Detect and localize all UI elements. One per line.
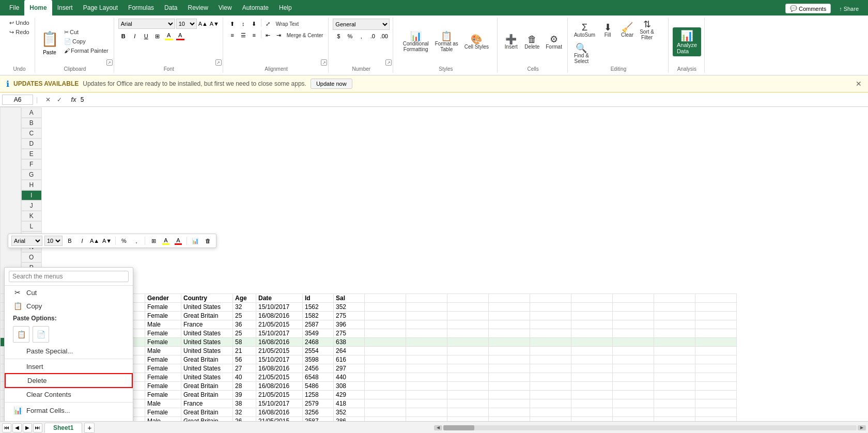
mini-decrease-font-button[interactable]: A▼	[102, 236, 112, 246]
cell-P7[interactable]	[613, 346, 654, 355]
cell-I10[interactable]: 440	[334, 373, 365, 381]
cell-N9[interactable]	[530, 364, 571, 373]
cell-P10[interactable]	[613, 373, 654, 381]
cell-R15[interactable]	[695, 416, 737, 421]
cell-H15[interactable]: 2587	[303, 416, 334, 421]
cell-F3[interactable]: 25	[233, 311, 256, 320]
alignment-launcher[interactable]: ↗	[321, 59, 327, 66]
cell-N15[interactable]	[530, 416, 571, 421]
cell-E5[interactable]: United States	[181, 329, 233, 337]
underline-button[interactable]: U	[141, 31, 151, 41]
cell-R8[interactable]	[695, 355, 737, 364]
cell-J11[interactable]	[365, 381, 406, 390]
mini-bold-button[interactable]: B	[65, 236, 75, 246]
cell-J7[interactable]	[365, 346, 406, 355]
cell-K10[interactable]	[406, 373, 447, 381]
tab-formulas[interactable]: Formulas	[123, 0, 159, 16]
cell-E12[interactable]: Great Britain	[181, 390, 233, 399]
cell-G7[interactable]: 21/05/2015	[256, 346, 303, 355]
ctx-clear-contents[interactable]: Clear Contents	[5, 388, 133, 401]
sheet-nav-prev[interactable]: ◀	[12, 423, 22, 432]
mini-format-cells-button[interactable]: 📊	[190, 236, 200, 246]
cell-F11[interactable]: 28	[233, 381, 256, 390]
cell-G13[interactable]: 15/10/2017	[256, 399, 303, 408]
mini-increase-font-button[interactable]: A▲	[89, 236, 100, 246]
cell-L13[interactable]	[447, 399, 489, 408]
analyze-data-button[interactable]: 📊 Analyze Data	[673, 27, 701, 56]
cell-G3[interactable]: 16/08/2016	[256, 311, 303, 320]
cell-O7[interactable]	[571, 346, 613, 355]
cell-F4[interactable]: 36	[233, 320, 256, 329]
cell-K12[interactable]	[406, 390, 447, 399]
cell-O6[interactable]	[571, 337, 613, 346]
cell-D3[interactable]: Female	[145, 311, 181, 320]
cell-D10[interactable]: Female	[145, 373, 181, 381]
col-header-A[interactable]: A	[21, 107, 42, 118]
sheet-nav-first[interactable]: ⏮	[2, 423, 11, 432]
cell-R4[interactable]	[695, 320, 737, 329]
cell-I1[interactable]: Sal	[334, 293, 365, 302]
cell-I11[interactable]: 308	[334, 381, 365, 390]
cell-Q11[interactable]	[654, 381, 695, 390]
clipboard-launcher[interactable]: ↗	[106, 59, 113, 66]
cell-L5[interactable]	[447, 329, 489, 337]
cell-N10[interactable]	[530, 373, 571, 381]
cell-P4[interactable]	[613, 320, 654, 329]
tab-help[interactable]: Help	[274, 0, 297, 16]
cell-O10[interactable]	[571, 373, 613, 381]
cell-Q6[interactable]	[654, 337, 695, 346]
cell-Q4[interactable]	[654, 320, 695, 329]
redo-button[interactable]: ↪ Redo	[7, 28, 31, 37]
cell-I9[interactable]: 297	[334, 364, 365, 373]
cell-M8[interactable]	[489, 355, 530, 364]
cell-E14[interactable]: Great Britain	[181, 408, 233, 416]
mini-borders-button[interactable]: ⊞	[148, 236, 159, 246]
add-sheet-button[interactable]: +	[84, 423, 95, 433]
cell-O15[interactable]	[571, 416, 613, 421]
sheet-tab-sheet1[interactable]: Sheet1	[44, 423, 82, 433]
cell-J3[interactable]	[365, 311, 406, 320]
cell-F8[interactable]: 56	[233, 355, 256, 364]
fill-button[interactable]: ⬇ Fill	[598, 22, 617, 39]
bold-button[interactable]: B	[118, 31, 129, 41]
percent-button[interactable]: %	[345, 31, 355, 41]
mini-fill-color-button[interactable]: A	[161, 236, 171, 246]
cell-M15[interactable]	[489, 416, 530, 421]
font-color-button[interactable]: A	[175, 31, 185, 41]
col-header-G[interactable]: G	[21, 169, 42, 180]
cell-F15[interactable]: 26	[233, 416, 256, 421]
cell-J8[interactable]	[365, 355, 406, 364]
sheet-nav-next[interactable]: ▶	[23, 423, 32, 432]
mini-size-select[interactable]: 10	[44, 236, 63, 246]
ctx-copy[interactable]: 📋 Copy	[5, 299, 133, 313]
cell-N7[interactable]	[530, 346, 571, 355]
insert-button[interactable]: ➕ Insert	[502, 34, 520, 51]
tab-review[interactable]: Review	[182, 0, 213, 16]
cell-L14[interactable]	[447, 408, 489, 416]
cell-P1[interactable]	[613, 293, 654, 302]
cell-R10[interactable]	[695, 373, 737, 381]
formula-input[interactable]	[81, 95, 866, 105]
update-bar-close[interactable]: ✕	[856, 80, 862, 88]
cell-N2[interactable]	[530, 302, 571, 311]
sort-filter-button[interactable]: ⇅ Sort & Filter	[638, 19, 656, 41]
cell-H3[interactable]: 1582	[303, 311, 334, 320]
cell-M5[interactable]	[489, 329, 530, 337]
cell-I2[interactable]: 352	[334, 302, 365, 311]
cell-G5[interactable]: 15/10/2017	[256, 329, 303, 337]
cell-Q7[interactable]	[654, 346, 695, 355]
cell-M1[interactable]	[489, 293, 530, 302]
cell-G10[interactable]: 21/05/2015	[256, 373, 303, 381]
cell-K4[interactable]	[406, 320, 447, 329]
tab-automate[interactable]: Automate	[237, 0, 274, 16]
ctx-row-height[interactable]: Row Height...	[5, 417, 133, 421]
cell-I15[interactable]: 286	[334, 416, 365, 421]
cell-N11[interactable]	[530, 381, 571, 390]
cell-R2[interactable]	[695, 302, 737, 311]
cell-H14[interactable]: 3256	[303, 408, 334, 416]
delete-cells-button[interactable]: 🗑 Delete	[522, 34, 541, 51]
cell-J9[interactable]	[365, 364, 406, 373]
cell-R5[interactable]	[695, 329, 737, 337]
cell-R7[interactable]	[695, 346, 737, 355]
decrease-indent-button[interactable]: ⇤	[263, 30, 273, 40]
